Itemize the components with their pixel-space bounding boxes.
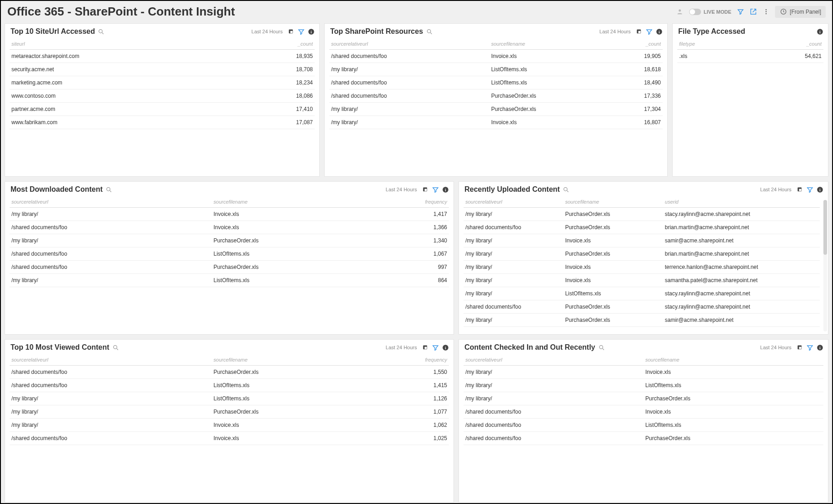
cell-url: /shared documents/foo <box>10 379 212 392</box>
col-sourcefilename[interactable]: sourcefilename <box>212 196 388 208</box>
magnify-icon[interactable] <box>563 186 570 193</box>
table-row[interactable]: /shared documents/fooListOfItems.xls1,41… <box>10 379 449 392</box>
table-row[interactable]: /my library/PurchaseOrder.xls17,304 <box>329 103 663 116</box>
info-icon[interactable]: i <box>816 28 823 35</box>
filter-icon[interactable] <box>297 28 305 35</box>
table-row[interactable]: /my library/Invoice.xlsterrence.hanlon@a… <box>464 261 820 274</box>
cell-count: 17,410 <box>238 103 315 116</box>
filter-icon[interactable] <box>645 28 653 35</box>
table-row[interactable]: /my library/Invoice.xls16,807 <box>329 116 663 129</box>
table-row[interactable]: /shared documents/fooListOfItems.xls1,06… <box>10 247 449 261</box>
col-sourcerelativeurl[interactable]: sourcerelativeurl <box>464 196 563 208</box>
cell-freq: 1,415 <box>387 379 449 392</box>
magnify-icon[interactable] <box>426 28 433 35</box>
col-count[interactable]: _count <box>238 38 315 50</box>
table-row[interactable]: /my library/PurchaseOrder.xlsbrian.marti… <box>464 247 820 261</box>
info-icon[interactable]: i <box>816 344 823 351</box>
cell-url: /shared documents/foo <box>10 366 212 379</box>
col-count[interactable]: _count <box>609 38 663 50</box>
col-sourcefilename[interactable]: sourcefilename <box>563 196 663 208</box>
panel-recently-uploaded: Recently Uploaded Content Last 24 Hours … <box>459 181 828 335</box>
magnify-icon[interactable] <box>105 186 113 193</box>
more-icon[interactable] <box>762 8 770 16</box>
col-filetype[interactable]: filetype <box>677 38 765 50</box>
info-icon[interactable]: i <box>307 28 315 35</box>
col-sourcerelativeurl[interactable]: sourcerelativeurl <box>10 196 212 208</box>
filter-icon[interactable] <box>737 8 744 16</box>
table-row[interactable]: /shared documents/fooPurchaseOrder.xlsbr… <box>464 221 820 234</box>
open-icon[interactable] <box>422 344 429 351</box>
info-icon[interactable]: i <box>655 28 663 35</box>
filter-icon[interactable] <box>432 186 439 193</box>
table-row[interactable]: /my library/Invoice.xls1,417 <box>10 208 449 221</box>
col-sourcefilename[interactable]: sourcefilename <box>643 354 823 366</box>
magnify-icon[interactable] <box>598 344 605 351</box>
table-row[interactable]: /my library/PurchaseOrder.xlsstacy.rayli… <box>464 208 820 221</box>
table-row[interactable]: /my library/Invoice.xlssamantha.patel@ac… <box>464 274 820 287</box>
col-sourcerelativeurl[interactable]: sourcerelativeurl <box>10 354 212 366</box>
table-row[interactable]: /my library/PurchaseOrder.xls1,077 <box>10 405 449 419</box>
table-row[interactable]: marketing.acme.com18,234 <box>10 76 315 89</box>
table-row[interactable]: /shared documents/fooListOfItems.xls18,4… <box>329 76 663 89</box>
col-userid[interactable]: userid <box>663 196 820 208</box>
table-row[interactable]: /my library/ListOfItems.xlsstacy.raylinn… <box>464 287 820 300</box>
table-row[interactable]: /my library/PurchaseOrder.xlssamir@acme.… <box>464 314 820 327</box>
table-row[interactable]: .xls54,621 <box>677 50 823 63</box>
table-row[interactable]: /shared documents/fooPurchaseOrder.xls1,… <box>10 366 449 379</box>
share-icon[interactable] <box>749 8 757 16</box>
info-icon[interactable]: i <box>816 186 823 193</box>
filter-icon[interactable] <box>432 344 439 351</box>
info-icon[interactable]: i <box>442 186 449 193</box>
table-row[interactable]: /my library/Invoice.xls1,062 <box>10 419 449 432</box>
info-icon[interactable]: i <box>442 344 449 351</box>
col-sourcefilename[interactable]: sourcefilename <box>212 354 388 366</box>
col-frequency[interactable]: frequency <box>387 196 449 208</box>
table-row[interactable]: /shared documents/fooInvoice.xls <box>464 405 823 419</box>
table-row[interactable]: /shared documents/fooPurchaseOrder.xls <box>464 432 823 445</box>
table-row[interactable]: metareactor.sharepoint.com18,935 <box>10 50 315 63</box>
table-row[interactable]: partner.acme.com17,410 <box>10 103 315 116</box>
open-icon[interactable] <box>422 186 429 193</box>
table-row[interactable]: /my library/ListOfItems.xls864 <box>10 274 449 287</box>
open-icon[interactable] <box>796 344 803 351</box>
col-siteurl[interactable]: siteurl <box>10 38 238 50</box>
table-row[interactable]: /shared documents/fooInvoice.xls1,366 <box>10 221 449 234</box>
table-row[interactable]: /my library/ListOfItems.xls18,618 <box>329 63 663 76</box>
table-row[interactable]: /shared documents/fooListOfItems.xls <box>464 419 823 432</box>
table-row[interactable]: /shared documents/fooInvoice.xls19,905 <box>329 50 663 63</box>
filter-icon[interactable] <box>806 186 813 193</box>
table-row[interactable]: www.contoso.com18,086 <box>10 89 315 103</box>
table-row[interactable]: /shared documents/fooPurchaseOrder.xls17… <box>329 89 663 103</box>
table-row[interactable]: /shared documents/fooPurchaseOrder.xlsst… <box>464 300 820 314</box>
filter-icon[interactable] <box>806 344 813 351</box>
from-panel-button[interactable]: [From Panel] <box>775 6 826 18</box>
cell-file: Invoice.xls <box>643 366 823 379</box>
table-row[interactable]: /my library/Invoice.xlssamir@acme.sharep… <box>464 234 820 247</box>
table-row[interactable]: /my library/Invoice.xls <box>464 366 823 379</box>
col-count[interactable]: _count <box>765 38 823 50</box>
table-row[interactable]: /my library/PurchaseOrder.xls1,340 <box>10 234 449 247</box>
cell-file: Invoice.xls <box>643 405 823 419</box>
magnify-icon[interactable] <box>112 344 119 351</box>
scrollbar-thumb[interactable] <box>823 200 827 255</box>
open-icon[interactable] <box>635 28 643 35</box>
table-row[interactable]: /my library/ListOfItems.xls <box>464 379 823 392</box>
magnify-icon[interactable] <box>98 28 105 35</box>
col-sourcefilename[interactable]: sourcefilename <box>489 38 609 50</box>
table-row[interactable]: /shared documents/fooInvoice.xls1,025 <box>10 432 449 445</box>
cell-freq: 1,077 <box>387 405 449 419</box>
live-mode-toggle[interactable]: LIVE MODE <box>689 9 732 15</box>
col-sourcerelativeurl[interactable]: sourcerelativeurl <box>464 354 643 366</box>
table-row[interactable]: /shared documents/fooPurchaseOrder.xls99… <box>10 261 449 274</box>
open-icon[interactable] <box>287 28 295 35</box>
svg-point-3 <box>765 13 767 15</box>
cell-url: /shared documents/foo <box>10 261 212 274</box>
table-row[interactable]: security.acme.net18,708 <box>10 63 315 76</box>
open-icon[interactable] <box>796 186 803 193</box>
table-row[interactable]: /my library/ListOfItems.xls1,126 <box>10 392 449 405</box>
col-sourcerelativeurl[interactable]: sourcerelativeurl <box>329 38 489 50</box>
col-frequency[interactable]: frequency <box>387 354 449 366</box>
timerange-label: Last 24 Hours <box>252 29 283 34</box>
table-row[interactable]: /my library/PurchaseOrder.xls <box>464 392 823 405</box>
table-row[interactable]: www.fabrikam.com17,087 <box>10 116 315 129</box>
